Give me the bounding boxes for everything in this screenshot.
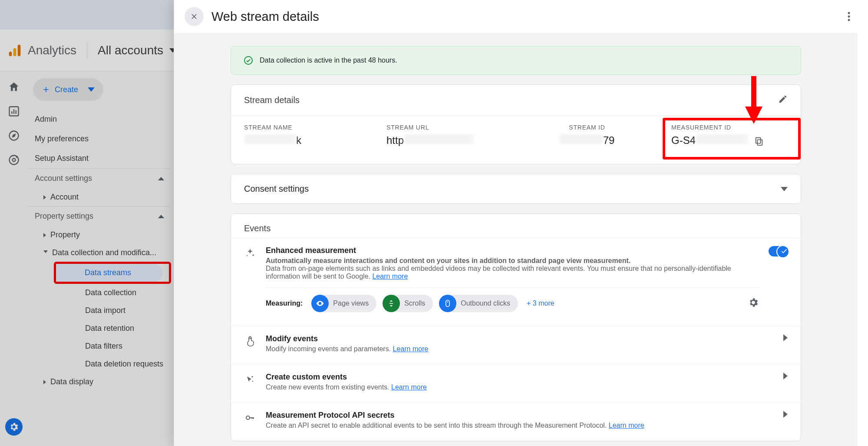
stream-name-label: STREAM NAME bbox=[244, 124, 360, 131]
enhanced-settings-button[interactable] bbox=[748, 297, 759, 310]
stream-id-label: STREAM ID bbox=[529, 124, 645, 131]
stream-url-label: STREAM URL bbox=[386, 124, 503, 131]
svg-rect-18 bbox=[447, 301, 448, 303]
copy-measurement-id-button[interactable] bbox=[754, 136, 764, 146]
panel-title: Web stream details bbox=[211, 10, 319, 24]
consent-settings-row[interactable]: Consent settings bbox=[231, 174, 801, 204]
pill-outbound-clicks: Outbound clicks bbox=[439, 295, 518, 312]
check-icon bbox=[780, 247, 788, 255]
chevron-right-icon bbox=[783, 373, 788, 379]
svg-rect-17 bbox=[446, 300, 449, 307]
events-heading: Events bbox=[231, 214, 801, 238]
chevron-right-icon bbox=[783, 334, 788, 341]
api-secrets-row[interactable]: Measurement Protocol API secrets Create … bbox=[231, 403, 801, 441]
check-circle-icon bbox=[243, 55, 254, 66]
svg-point-20 bbox=[246, 416, 250, 419]
cursor-sparkle-icon bbox=[245, 374, 255, 385]
svg-rect-15 bbox=[757, 140, 762, 145]
modify-learn-more-link[interactable]: Learn more bbox=[393, 345, 429, 353]
enhanced-measurement-row: Enhanced measurement Automatically measu… bbox=[231, 238, 801, 326]
enhanced-measurement-toggle[interactable] bbox=[769, 246, 788, 256]
scroll-icon bbox=[387, 299, 396, 308]
stream-name-value: k bbox=[244, 134, 360, 146]
eye-icon bbox=[316, 299, 324, 308]
chevron-right-icon bbox=[783, 411, 788, 418]
svg-rect-16 bbox=[756, 137, 760, 143]
stream-details-card: Stream details STREAM NAME k STREAM URL … bbox=[231, 84, 801, 164]
svg-point-14 bbox=[244, 57, 252, 64]
key-icon bbox=[245, 413, 255, 423]
stream-url-value: http bbox=[386, 134, 503, 146]
gear-icon bbox=[748, 297, 759, 308]
stream-details-heading: Stream details bbox=[244, 95, 300, 105]
measurement-id-label: MEASUREMENT ID bbox=[671, 124, 788, 131]
web-stream-details-panel: Web stream details Data collection is ac… bbox=[174, 0, 868, 446]
copy-icon bbox=[754, 136, 764, 146]
more-vert-icon bbox=[848, 11, 850, 22]
pencil-icon bbox=[778, 94, 788, 104]
svg-point-13 bbox=[848, 19, 850, 21]
close-button[interactable] bbox=[185, 7, 204, 26]
pill-scrolls: Scrolls bbox=[383, 295, 433, 312]
modify-events-row[interactable]: Modify events Modify incoming events and… bbox=[231, 326, 801, 364]
more-menu-button[interactable] bbox=[840, 8, 858, 25]
status-banner: Data collection is active in the past 48… bbox=[231, 46, 801, 75]
measurement-id-value: G-S4 bbox=[671, 134, 788, 146]
stream-id-value: 79 bbox=[529, 134, 645, 146]
svg-point-11 bbox=[848, 12, 850, 14]
pill-page-views: Page views bbox=[311, 295, 376, 312]
touch-icon bbox=[245, 336, 255, 346]
svg-point-12 bbox=[848, 16, 850, 18]
mouse-icon bbox=[443, 299, 452, 308]
more-measurements-link[interactable]: + 3 more bbox=[527, 300, 554, 307]
enhanced-learn-more-link[interactable]: Learn more bbox=[372, 273, 408, 280]
custom-learn-more-link[interactable]: Learn more bbox=[391, 383, 427, 391]
sparkle-icon bbox=[245, 248, 255, 258]
api-learn-more-link[interactable]: Learn more bbox=[609, 422, 644, 429]
edit-button[interactable] bbox=[778, 94, 788, 106]
events-card: Events Enhanced measurement Automaticall… bbox=[231, 213, 801, 441]
svg-point-19 bbox=[249, 337, 251, 339]
close-icon bbox=[190, 12, 198, 21]
create-custom-events-row[interactable]: Create custom events Create new events f… bbox=[231, 364, 801, 403]
